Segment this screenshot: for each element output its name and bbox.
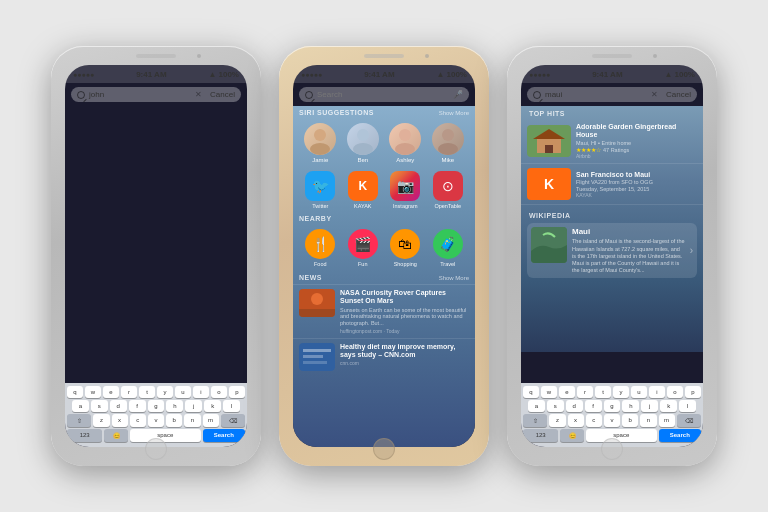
k3-e[interactable]: e — [559, 386, 575, 398]
k3-n[interactable]: n — [640, 414, 656, 427]
k3-o[interactable]: o — [667, 386, 683, 398]
key-a[interactable]: a — [72, 400, 89, 412]
nearby-food[interactable]: 🍴 Food — [305, 229, 335, 267]
siri-show-more[interactable]: Show More — [439, 110, 469, 116]
k3-h[interactable]: h — [622, 400, 639, 412]
key-j[interactable]: j — [185, 400, 202, 412]
home-button-2[interactable] — [373, 438, 395, 460]
key-x[interactable]: x — [112, 414, 128, 427]
svg-rect-21 — [303, 355, 323, 358]
key-123[interactable]: 123 — [67, 429, 102, 442]
nearby-shopping[interactable]: 🛍 Shopping — [390, 229, 420, 267]
key-m[interactable]: m — [203, 414, 219, 427]
k3-q[interactable]: q — [523, 386, 539, 398]
k3-y[interactable]: y — [613, 386, 629, 398]
k3-s[interactable]: s — [547, 400, 564, 412]
k3-t[interactable]: t — [595, 386, 611, 398]
k3-w[interactable]: w — [541, 386, 557, 398]
home-button-1[interactable] — [145, 438, 167, 460]
k3-emoji[interactable]: 😊 — [560, 429, 584, 442]
key-delete[interactable]: ⌫ — [221, 414, 245, 427]
mic-icon-2[interactable]: 🎤 — [453, 90, 463, 99]
k3-k[interactable]: k — [660, 400, 677, 412]
key-emoji[interactable]: 😊 — [104, 429, 128, 442]
news-item-2[interactable]: Healthy diet may improve memory, says st… — [293, 338, 475, 375]
key-u[interactable]: u — [175, 386, 191, 398]
key-e[interactable]: e — [103, 386, 119, 398]
nearby-travel[interactable]: 🧳 Travel — [433, 229, 463, 267]
key-h[interactable]: h — [166, 400, 183, 412]
key-o[interactable]: o — [211, 386, 227, 398]
key-f[interactable]: f — [129, 400, 146, 412]
key-search-1[interactable]: Search — [203, 429, 245, 442]
key-c[interactable]: c — [130, 414, 146, 427]
wiki-item-maui[interactable]: Maui The island of Maui is the second-la… — [527, 223, 697, 278]
search-bar-2[interactable]: Search 🎤 — [299, 87, 469, 102]
clear-icon-3[interactable]: ✕ — [651, 90, 658, 99]
k3-p[interactable]: p — [685, 386, 701, 398]
p3-results: TOP HITS Adorable Garden Gingerbread Hou… — [521, 106, 703, 280]
k3-shift[interactable]: ⇧ — [523, 414, 547, 427]
key-g[interactable]: g — [148, 400, 165, 412]
search-bar-1[interactable]: john ✕ Cancel — [71, 87, 241, 102]
hit-garden[interactable]: Adorable Garden Gingerbread House Maui, … — [521, 119, 703, 164]
key-r[interactable]: r — [121, 386, 137, 398]
key-i[interactable]: i — [193, 386, 209, 398]
k3-c[interactable]: c — [586, 414, 602, 427]
k3-j[interactable]: j — [641, 400, 658, 412]
k3-r[interactable]: r — [577, 386, 593, 398]
key-b[interactable]: b — [166, 414, 182, 427]
search-input-3[interactable]: maui — [545, 90, 647, 99]
cancel-button-1[interactable]: Cancel — [210, 90, 235, 99]
key-s[interactable]: s — [91, 400, 108, 412]
key-v[interactable]: v — [148, 414, 164, 427]
news-show-more[interactable]: Show More — [439, 275, 469, 281]
key-shift[interactable]: ⇧ — [67, 414, 91, 427]
cancel-button-3[interactable]: Cancel — [666, 90, 691, 99]
contact-ashley[interactable]: Ashley — [389, 123, 421, 163]
key-l[interactable]: l — [223, 400, 240, 412]
home-button-3[interactable] — [601, 438, 623, 460]
clear-icon-1[interactable]: ✕ — [195, 90, 202, 99]
key-d[interactable]: d — [110, 400, 127, 412]
app-opentable[interactable]: ⊙ OpenTable — [433, 171, 463, 209]
nearby-fun[interactable]: 🎬 Fun — [348, 229, 378, 267]
k3-b[interactable]: b — [622, 414, 638, 427]
key-n[interactable]: n — [184, 414, 200, 427]
k3-a[interactable]: a — [528, 400, 545, 412]
k3-v[interactable]: v — [604, 414, 620, 427]
k3-f[interactable]: f — [585, 400, 602, 412]
key-z[interactable]: z — [93, 414, 109, 427]
search-bar-3[interactable]: maui ✕ Cancel — [527, 87, 697, 102]
app-instagram[interactable]: 📷 Instagram — [390, 171, 420, 209]
search-input-1[interactable]: john — [89, 90, 191, 99]
k3-123[interactable]: 123 — [523, 429, 558, 442]
k3-d[interactable]: d — [566, 400, 583, 412]
k3-z[interactable]: z — [549, 414, 565, 427]
contact-jamie[interactable]: Jamie — [304, 123, 336, 163]
news-item-1[interactable]: NASA Curiosity Rover Captures Sunset On … — [293, 284, 475, 338]
key-w[interactable]: w — [85, 386, 101, 398]
contact-ben[interactable]: Ben — [347, 123, 379, 163]
key-t[interactable]: t — [139, 386, 155, 398]
hit-flight[interactable]: K San Francisco to Maui Flight VA220 fro… — [521, 164, 703, 205]
k3-space[interactable]: space — [586, 429, 657, 442]
svg-point-13 — [395, 143, 415, 155]
k3-i[interactable]: i — [649, 386, 665, 398]
k3-l[interactable]: l — [679, 400, 696, 412]
key-y[interactable]: y — [157, 386, 173, 398]
app-twitter[interactable]: 🐦 Twitter — [305, 171, 335, 209]
key-k[interactable]: k — [204, 400, 221, 412]
key-space[interactable]: space — [130, 429, 201, 442]
contact-mike[interactable]: Mike — [432, 123, 464, 163]
k3-g[interactable]: g — [604, 400, 621, 412]
k3-x[interactable]: x — [568, 414, 584, 427]
search-placeholder-2[interactable]: Search — [317, 90, 449, 99]
k3-m[interactable]: m — [659, 414, 675, 427]
key-q[interactable]: q — [67, 386, 83, 398]
key-search-3[interactable]: Search — [659, 429, 701, 442]
app-kayak[interactable]: K KAYAK — [348, 171, 378, 209]
k3-u[interactable]: u — [631, 386, 647, 398]
key-p[interactable]: p — [229, 386, 245, 398]
k3-delete[interactable]: ⌫ — [677, 414, 701, 427]
